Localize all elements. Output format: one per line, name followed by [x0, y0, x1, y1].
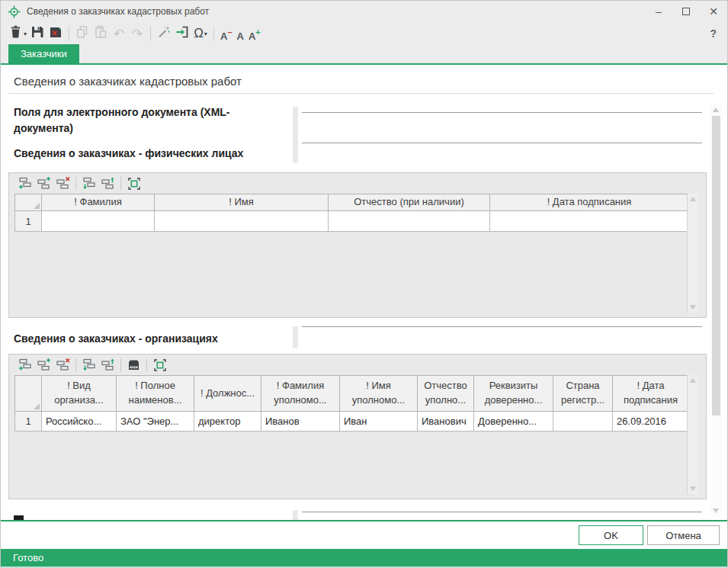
close-button[interactable]: ✕	[700, 1, 727, 22]
cell-sign-date[interactable]	[490, 211, 689, 232]
toolbar-separator	[75, 177, 76, 191]
minimize-button[interactable]: –	[645, 1, 672, 22]
scroll-up-icon[interactable]	[690, 378, 696, 383]
xml-field-input-1[interactable]	[302, 98, 702, 113]
toolbar-separator	[150, 26, 151, 41]
row-number[interactable]: 1	[15, 412, 42, 432]
main-scrollbar[interactable]	[710, 104, 722, 516]
insert-row-button[interactable]	[34, 175, 53, 192]
select-all-corner[interactable]	[15, 194, 42, 211]
main-toolbar: ▾ ↶ ↷ Ω ▾ A– A	[1, 22, 727, 45]
expand-grid-button[interactable]	[124, 175, 143, 192]
fill-from-catalog-button[interactable]	[124, 356, 143, 374]
orgs-table: ! Вид организа... ! Полное наименов... !…	[14, 375, 689, 432]
undo-icon: ↶	[114, 27, 124, 40]
column-header-sign-date[interactable]: ! Дата подписания	[490, 194, 689, 211]
cell-power-of-attorney[interactable]: Доверенно...	[474, 412, 553, 432]
font-letter: A	[237, 31, 244, 42]
column-header-rep-surname[interactable]: ! Фамилия уполномо...	[261, 376, 340, 412]
column-header-sign-date[interactable]: ! Дата подписания	[613, 376, 689, 412]
autofill-button[interactable]	[155, 24, 173, 43]
paste-button[interactable]	[91, 24, 110, 43]
delete-row-button[interactable]	[53, 356, 72, 374]
scroll-down-icon[interactable]	[713, 509, 719, 513]
app-window: Сведения о заказчиках кадастровых работ …	[0, 0, 728, 568]
save-and-close-button[interactable]	[47, 24, 65, 43]
add-row-button[interactable]	[15, 356, 34, 374]
column-header-position[interactable]: ! Должнос...	[194, 376, 261, 412]
column-header-surname[interactable]: ! Фамилия	[42, 194, 155, 211]
titlebar: Сведения о заказчиках кадастровых работ …	[1, 1, 727, 22]
cell-patronymic[interactable]	[329, 211, 490, 232]
status-text: Готово	[13, 552, 43, 563]
orgs-grid-scrollbar[interactable]	[687, 375, 698, 494]
column-header-power-of-attorney[interactable]: Реквизиты доверенно...	[474, 376, 553, 412]
scroll-up-icon[interactable]	[713, 108, 719, 112]
cell-rep-name[interactable]: Иван	[340, 412, 418, 432]
save-button[interactable]	[28, 24, 47, 43]
ok-button[interactable]: OK	[579, 525, 643, 545]
select-all-corner[interactable]	[15, 376, 42, 412]
add-row-button[interactable]	[15, 175, 34, 192]
insert-row-button[interactable]	[34, 356, 53, 374]
column-header-org-type[interactable]: ! Вид организа...	[42, 376, 117, 412]
orgs-field-input[interactable]	[302, 312, 702, 327]
cell-org-type[interactable]: Российско...	[42, 412, 117, 432]
save-close-icon	[48, 24, 63, 43]
toolbar-separator	[120, 358, 121, 372]
cell-country[interactable]	[553, 412, 613, 432]
font-default-button[interactable]: A	[235, 25, 246, 42]
status-bar: Готово	[1, 549, 727, 568]
footer-divider	[1, 520, 727, 521]
font-letter: A	[220, 31, 227, 42]
copy-button[interactable]	[73, 24, 91, 43]
move-row-down-button[interactable]	[79, 356, 98, 374]
clipped-field-input[interactable]	[302, 497, 702, 512]
column-header-name[interactable]: ! Имя	[155, 194, 329, 211]
import-icon	[175, 24, 190, 43]
plus-icon: +	[255, 28, 260, 37]
special-symbols-button[interactable]: Ω ▾	[191, 24, 210, 43]
cell-rep-patronymic[interactable]: Иванович	[418, 412, 474, 432]
maximize-button[interactable]	[672, 1, 700, 22]
scroll-down-icon[interactable]	[690, 305, 696, 310]
cell-surname[interactable]	[42, 211, 155, 232]
cell-position[interactable]: директор	[194, 412, 261, 432]
delete-document-button[interactable]: ▾	[7, 24, 28, 43]
font-decrease-button[interactable]: A–	[218, 25, 235, 42]
import-button[interactable]	[173, 24, 191, 43]
cell-name[interactable]	[155, 211, 329, 232]
tab-bar: Заказчики	[1, 45, 727, 65]
persons-grid-panel: ! Фамилия ! Имя Отчество (при наличии) !…	[8, 172, 707, 318]
column-header-full-name[interactable]: ! Полное наименов...	[117, 376, 194, 412]
tab-customers[interactable]: Заказчики	[8, 44, 79, 63]
scroll-up-icon[interactable]	[690, 197, 696, 201]
column-header-rep-patronymic[interactable]: Отчество уполно...	[418, 376, 474, 412]
column-header-country[interactable]: Страна регистр...	[553, 376, 613, 412]
column-header-rep-name[interactable]: ! Имя уполномо...	[340, 376, 418, 412]
scroll-down-icon[interactable]	[690, 486, 696, 491]
expand-grid-button[interactable]	[150, 356, 169, 374]
delete-row-button[interactable]	[53, 175, 72, 192]
xml-field-input-2[interactable]	[302, 128, 702, 143]
field-separator	[293, 107, 298, 163]
font-letter: A	[249, 31, 255, 42]
move-row-up-button[interactable]	[98, 175, 117, 192]
cell-full-name[interactable]: ЗАО "Энер...	[117, 412, 194, 432]
redo-button[interactable]: ↷	[128, 24, 146, 43]
font-increase-button[interactable]: A+	[246, 25, 263, 42]
maximize-icon	[682, 8, 690, 15]
move-row-up-button[interactable]	[98, 356, 117, 374]
move-row-down-button[interactable]	[79, 175, 98, 192]
column-header-patronymic[interactable]: Отчество (при наличии)	[329, 194, 490, 211]
undo-button[interactable]: ↶	[110, 24, 128, 43]
chevron-down-icon: ▾	[204, 30, 207, 37]
help-button[interactable]: ?	[710, 27, 717, 40]
scrollbar-thumb[interactable]	[712, 116, 720, 416]
cell-sign-date[interactable]: 26.09.2016	[613, 412, 689, 432]
persons-grid-scrollbar[interactable]	[687, 194, 698, 313]
app-crosshair-icon	[8, 5, 21, 18]
cancel-button[interactable]: Отмена	[647, 525, 720, 545]
row-number[interactable]: 1	[15, 211, 42, 232]
cell-rep-surname[interactable]: Иванов	[261, 412, 340, 432]
